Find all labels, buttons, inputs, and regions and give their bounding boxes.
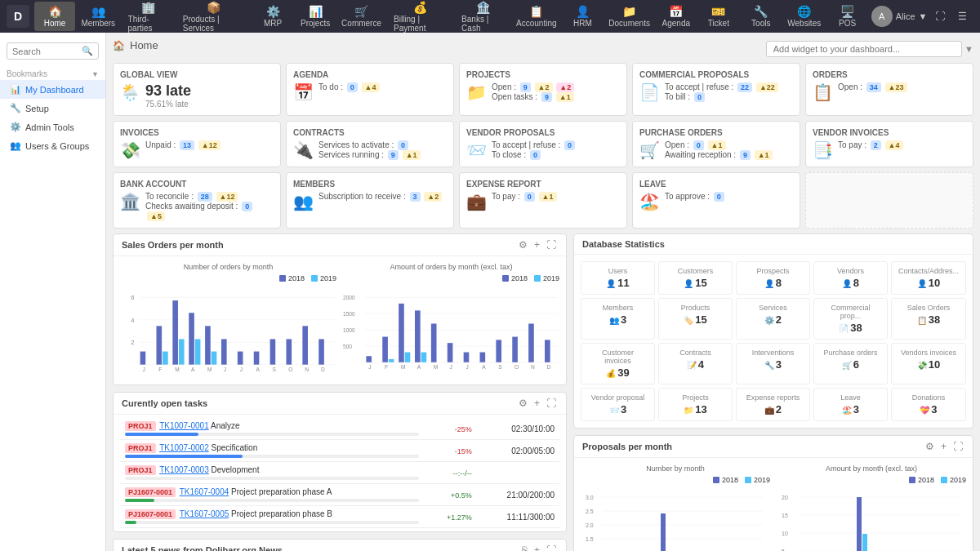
nav-tools[interactable]: 🔧 Tools <box>741 2 782 31</box>
card-projects[interactable]: PROJECTS 📁 Open : 9 ▲2 ▲2 Open tasks : 9… <box>459 63 627 116</box>
stat-cell-leave[interactable]: Leave🏖️3 <box>813 388 888 421</box>
nav-documents[interactable]: 📁 Documents <box>604 2 653 31</box>
accounting-icon: 📋 <box>529 5 543 18</box>
card-orders[interactable]: ORDERS 📋 Open : 34 ▲23 <box>805 63 973 116</box>
card-invoices[interactable]: INVOICES 💸 Unpaid : 13 ▲12 <box>113 121 281 167</box>
stat-cell-contracts[interactable]: Contracts📝4 <box>658 343 733 384</box>
card-agenda[interactable]: AGENDA 📅 To do : 0 ▲4 <box>286 63 454 116</box>
card-vendor-invoices[interactable]: VENDOR INVOICES 📑 To pay : 2 ▲4 <box>805 121 973 167</box>
tasks-add-button[interactable]: + <box>532 398 541 409</box>
svg-rect-23 <box>270 339 276 364</box>
stat-cell-projects[interactable]: Projects📁13 <box>658 388 733 421</box>
filter-button[interactable]: ⚙ <box>517 239 529 251</box>
svg-text:J: J <box>466 364 468 370</box>
svg-rect-27 <box>302 326 308 364</box>
expand-button[interactable]: ⛶ <box>545 239 558 251</box>
card-members[interactable]: MEMBERS 👥 Subscription to receive : 3 ▲2 <box>286 172 454 229</box>
nav-billing[interactable]: 💰 Billing | Payment <box>387 0 453 36</box>
tasks-expand-button[interactable]: ⛶ <box>545 398 558 409</box>
stat-cell-vendor-proposal[interactable]: Vendor proposal📨3 <box>581 388 655 421</box>
nav-websites[interactable]: 🌐 Websites <box>783 2 826 31</box>
agenda-card-icon: 📅 <box>293 82 314 102</box>
card-global-view[interactable]: GLOBAL VIEW 🌦️ 93 late 75.61% late <box>113 63 281 116</box>
sidebar-item-setup[interactable]: 🔧 Setup <box>0 99 105 118</box>
card-expense-report[interactable]: EXPENSE REPORT 💼 To pay : 0 ▲1 <box>459 172 627 229</box>
widget-search-input[interactable] <box>766 41 962 57</box>
news-expand-button[interactable]: ⛶ <box>545 544 558 551</box>
nav-pos[interactable]: 🖥️ POS <box>827 2 868 31</box>
settings-button[interactable]: ☰ <box>952 11 973 22</box>
card-vendor-proposals[interactable]: VENDOR PROPOSALS 📨 To accept | refuse : … <box>459 121 627 167</box>
svg-text:500: 500 <box>343 344 352 349</box>
sales-orders-panel: Sales Orders per month ⚙ + ⛶ Number of o… <box>113 233 567 385</box>
svg-rect-29 <box>318 339 324 364</box>
nav-projects[interactable]: 📊 Projects <box>295 2 336 31</box>
widget-search[interactable]: ▼ <box>766 41 973 57</box>
weather-icon: 🌦️ <box>120 82 140 102</box>
svg-text:O: O <box>514 364 519 370</box>
nav-accounting[interactable]: 📋 Accounting <box>512 2 560 31</box>
card-purchase-orders[interactable]: PURCHASE ORDERS 🛒 Open : 0 ▲1 Awaiting r… <box>632 121 800 167</box>
tasks-filter-button[interactable]: ⚙ <box>517 398 529 409</box>
stat-cell-vendors-invoices[interactable]: Vendors invoices💸10 <box>891 343 966 384</box>
svg-rect-9 <box>156 326 162 364</box>
hrm-icon: 👤 <box>576 5 590 18</box>
svg-text:2000: 2000 <box>343 295 355 300</box>
table-row: PROJ1 TK1007-0003 Development --:--/-- <box>120 462 559 484</box>
right-column: Database Statistics Users👤11Customers👤15… <box>573 233 973 551</box>
sidebar-item-users-groups[interactable]: 👥 Users & Groups <box>0 136 105 155</box>
stat-cell-donations[interactable]: Donations💝3 <box>891 388 966 421</box>
card-leave[interactable]: LEAVE 🏖️ To approve : 0 <box>632 172 800 229</box>
stat-cell-interventions[interactable]: Interventions🔧3 <box>736 343 810 384</box>
svg-text:M: M <box>434 364 439 370</box>
nav-hrm[interactable]: 👤 HRM <box>562 2 603 31</box>
stat-cell-expense-reports[interactable]: Expense reports💼2 <box>736 388 810 421</box>
nav-ticket[interactable]: 🎫 Ticket <box>698 2 739 31</box>
proposals-add-button[interactable]: + <box>939 441 948 452</box>
sidebar-item-admin-tools[interactable]: ⚙️ Admin Tools <box>0 118 105 136</box>
stat-cell-purchase-orders[interactable]: Purchase orders🛒6 <box>813 343 888 384</box>
nav-home[interactable]: 🏠 Home <box>34 2 75 31</box>
card-contracts[interactable]: CONTRACTS 🔌 Services to activate : 0 Ser… <box>286 121 454 167</box>
news-add-button[interactable]: + <box>532 544 541 551</box>
news-copy-button[interactable]: ⎘ <box>520 544 529 551</box>
stat-cell-customer-invoices[interactable]: Customer invoices💰39 <box>581 343 655 384</box>
stat-cell-contacts-addres---[interactable]: Contacts/Addres...👤10 <box>891 261 966 295</box>
card-commercial-proposals[interactable]: COMMERCIAL PROPOSALS 📄 To accept | refus… <box>632 63 800 116</box>
user-menu[interactable]: A Alice ▼ <box>871 6 928 27</box>
stat-cell-prospects[interactable]: Prospects👤8 <box>736 261 810 295</box>
svg-rect-14 <box>195 339 201 364</box>
stat-cell-vendors[interactable]: Vendors👤8 <box>813 261 888 295</box>
proposals-filter-button[interactable]: ⚙ <box>924 441 936 452</box>
stat-cell-members[interactable]: Members👥3 <box>581 298 655 340</box>
stat-cell-products[interactable]: Products🏷️15 <box>658 298 733 340</box>
stat-cell-users[interactable]: Users👤11 <box>581 261 655 295</box>
nav-commerce[interactable]: 🛒 Commerce <box>337 2 385 31</box>
svg-rect-115 <box>857 497 862 551</box>
news-panel: Latest 5 news from Dolibarr.org News ⎘ +… <box>113 539 567 551</box>
stat-cell-services[interactable]: Services⚙️2 <box>736 298 810 340</box>
dashboard-cards-row3: BANK ACCOUNT 🏛️ To reconcile : 28 ▲12 Ch… <box>113 172 973 229</box>
card-bank-account[interactable]: BANK ACCOUNT 🏛️ To reconcile : 28 ▲12 Ch… <box>113 172 281 229</box>
stat-cell-sales-orders[interactable]: Sales Orders📋38 <box>891 298 966 340</box>
svg-text:10: 10 <box>782 531 788 536</box>
nav-agenda[interactable]: 📅 Agenda <box>656 2 697 31</box>
nav-products[interactable]: 📦 Products | Services <box>176 0 251 36</box>
fullscreen-button[interactable]: ⛶ <box>929 11 950 22</box>
search-box[interactable]: 🔍 <box>7 42 99 60</box>
invoices-card-icon: 💸 <box>120 140 140 160</box>
nav-members[interactable]: 👥 Members <box>77 2 120 31</box>
svg-text:2.0: 2.0 <box>586 522 594 528</box>
nav-third-parties[interactable]: 🏢 Third-parties <box>122 0 175 36</box>
stat-cell-customers[interactable]: Customers👤15 <box>658 261 733 295</box>
proposals-expand-button[interactable]: ⛶ <box>951 441 964 452</box>
svg-rect-66 <box>480 353 486 362</box>
sidebar-item-dashboard[interactable]: 📊 My Dashboard <box>0 80 105 99</box>
add-button[interactable]: + <box>532 239 541 251</box>
nav-banks[interactable]: 🏦 Banks | Cash <box>455 0 510 36</box>
ticket-icon: 🎫 <box>711 5 725 18</box>
stat-cell-commercial-prop---[interactable]: Commercial prop...📄38 <box>813 298 888 340</box>
orders-amount-svg: 2000 1500 1000 500 <box>343 286 559 375</box>
nav-mrp[interactable]: ⚙️ MRP <box>252 2 293 31</box>
search-input[interactable] <box>12 47 82 56</box>
